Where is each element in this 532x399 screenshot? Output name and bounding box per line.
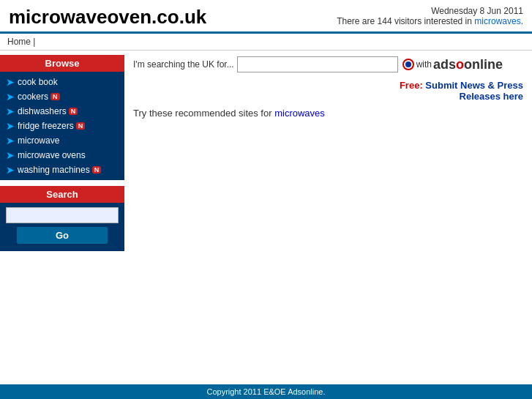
sidebar-item-cook-book[interactable]: ➤ cook book <box>0 75 124 89</box>
visitor-info: There are 144 visitors interested in mic… <box>337 16 523 26</box>
sidebar-item-microwave[interactable]: ➤ microwave <box>0 133 124 148</box>
releases-text: Releases here <box>460 91 523 102</box>
o-letter: o <box>456 57 464 72</box>
press-text: Submit News & Press <box>425 80 523 91</box>
new-badge: N <box>76 122 86 130</box>
search-header: Search <box>0 186 124 203</box>
date-text: Wednesday 8 Jun 2011 <box>337 6 523 16</box>
visitor-text: There are 144 visitors interested in <box>337 16 472 26</box>
sidebar-link-cook-book[interactable]: cook book <box>18 77 58 87</box>
try-link[interactable]: microwaves <box>274 108 325 119</box>
header-right: Wednesday 8 Jun 2011 There are 144 visit… <box>337 6 523 26</box>
radio-circle[interactable] <box>402 59 414 70</box>
free-label: Free: <box>400 80 423 91</box>
new-badge: N <box>69 108 78 115</box>
header: microwaveoven.co.uk Wednesday 8 Jun 2011… <box>0 0 532 34</box>
with-label: with <box>416 59 432 70</box>
content-search-input[interactable] <box>237 56 398 72</box>
search-input[interactable] <box>6 207 119 223</box>
sidebar-item-microwave-ovens[interactable]: ➤ microwave ovens <box>0 148 124 163</box>
sidebar-link-dishwashers[interactable]: dishwashers <box>18 106 67 116</box>
browse-header: Browse <box>0 55 124 72</box>
visitor-link[interactable]: microwaves <box>474 16 520 26</box>
visitor-period: . <box>521 16 523 26</box>
radio-inner <box>405 61 411 67</box>
nav-arrow-icon: ➤ <box>6 120 15 132</box>
sidebar-link-microwave-ovens[interactable]: microwave ovens <box>18 150 86 160</box>
sidebar-link-cookers[interactable]: cookers <box>18 92 48 102</box>
sidebar: Browse ➤ cook book ➤ cookers N ➤ dishwas… <box>0 51 124 256</box>
nav-arrow-icon: ➤ <box>6 91 15 102</box>
online-text: online <box>464 57 503 72</box>
sidebar-nav: ➤ cook book ➤ cookers N ➤ dishwashers N … <box>0 72 124 180</box>
sidebar-link-fridge-freezers[interactable]: fridge freezers <box>18 121 74 131</box>
sidebar-item-cookers[interactable]: ➤ cookers N <box>0 89 124 104</box>
new-badge: N <box>50 93 60 100</box>
nav-arrow-icon: ➤ <box>6 164 15 176</box>
nav-separator: | <box>33 37 35 47</box>
site-title: microwaveoven.co.uk <box>9 6 206 29</box>
nav-bar: Home | <box>0 34 532 51</box>
try-sites: Try these recommended sites for microwav… <box>133 108 523 119</box>
sidebar-link-microwave[interactable]: microwave <box>18 135 59 146</box>
nav-arrow-icon: ➤ <box>6 76 15 88</box>
new-badge: N <box>92 166 102 174</box>
sidebar-item-washing-machines[interactable]: ➤ washing machines N <box>0 163 124 177</box>
nav-arrow-icon: ➤ <box>6 135 15 146</box>
content: I'm searching the UK for... with adsoonl… <box>124 51 532 256</box>
home-link[interactable]: Home <box>7 37 31 47</box>
main: Browse ➤ cook book ➤ cookers N ➤ dishwas… <box>0 51 532 256</box>
search-box-area: Go <box>0 203 124 251</box>
sidebar-item-dishwashers[interactable]: ➤ dishwashers N <box>0 104 124 119</box>
nav-arrow-icon: ➤ <box>6 105 15 117</box>
search-label: I'm searching the UK for... <box>133 59 234 70</box>
search-bar-row: I'm searching the UK for... with adsoonl… <box>133 56 523 72</box>
ads-online-text: adsoonline <box>433 57 503 72</box>
sidebar-item-fridge-freezers[interactable]: ➤ fridge freezers N <box>0 119 124 133</box>
sidebar-link-washing-machines[interactable]: washing machines <box>18 165 90 175</box>
press-release: Free: Submit News & Press Releases here <box>133 80 523 102</box>
try-text: Try these recommended sites for <box>133 108 272 119</box>
radio-with-label: with adsoonline <box>402 57 503 72</box>
go-button[interactable]: Go <box>17 227 107 244</box>
nav-arrow-icon: ➤ <box>6 149 15 161</box>
ads-text: ads <box>433 57 456 72</box>
